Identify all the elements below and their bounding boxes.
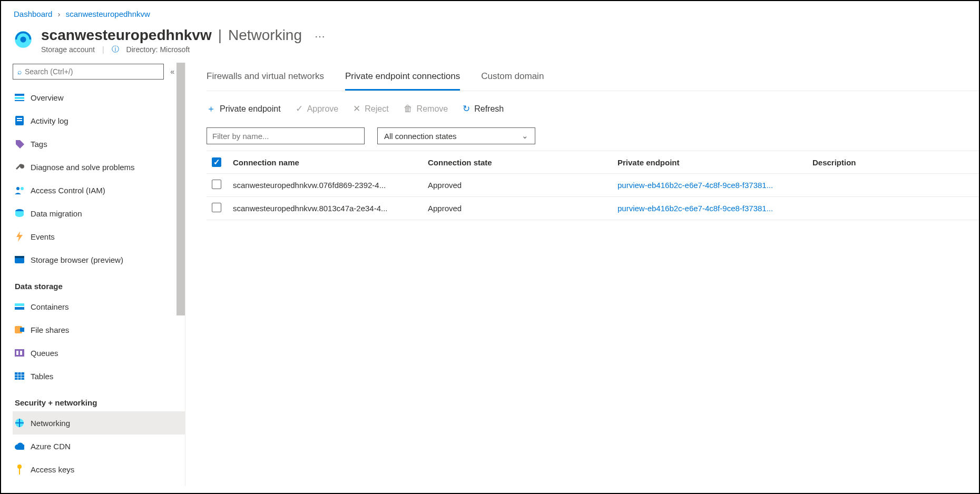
check-icon: ✓ (296, 103, 303, 114)
sidebar-item-label: Containers (31, 302, 69, 311)
tab-custom-domain[interactable]: Custom domain (481, 65, 544, 91)
svg-rect-2 (15, 94, 24, 96)
search-icon: ⌕ (17, 67, 22, 76)
row-checkbox[interactable] (212, 180, 221, 189)
row-checkbox[interactable] (212, 203, 221, 212)
collapse-sidebar-icon[interactable]: « (170, 67, 174, 76)
sidebar-item-tables[interactable]: Tables (13, 364, 185, 388)
col-description[interactable]: Description (812, 158, 979, 167)
sidebar: ⌕ « Overview Activity log Tags Diagnose … (1, 63, 185, 486)
browser-icon (15, 255, 24, 264)
sidebar-group-security: Security + networking (13, 388, 185, 411)
sidebar-item-access-keys[interactable]: Access keys (13, 458, 185, 481)
tab-private-endpoints[interactable]: Private endpoint connections (345, 65, 460, 91)
trash-icon: 🗑 (404, 104, 413, 114)
cell-state: Approved (428, 204, 618, 213)
approve-button[interactable]: ✓Approve (296, 103, 339, 114)
x-icon: ✕ (353, 103, 360, 114)
container-icon (15, 302, 24, 311)
sidebar-item-queues[interactable]: Queues (13, 341, 185, 364)
svg-point-9 (21, 187, 24, 190)
storage-account-icon (14, 30, 33, 49)
sidebar-item-label: Networking (31, 419, 70, 428)
sidebar-item-networking[interactable]: Networking (13, 411, 185, 434)
col-connection-state[interactable]: Connection state (428, 158, 618, 167)
col-connection-name[interactable]: Connection name (233, 158, 428, 167)
select-all-checkbox[interactable]: ✓ (212, 157, 221, 167)
tab-bar: Firewalls and virtual networks Private e… (207, 65, 979, 91)
info-icon: ⓘ (112, 45, 119, 54)
add-endpoint-button[interactable]: ＋Private endpoint (207, 103, 281, 115)
breadcrumb-sep: › (55, 9, 64, 18)
cell-name: scanwesteuropedhnkvw.8013c47a-2e34-4... (233, 204, 428, 213)
sidebar-item-containers[interactable]: Containers (13, 295, 185, 318)
log-icon (15, 116, 24, 125)
svg-rect-18 (16, 351, 18, 355)
filter-state-dropdown[interactable]: All connection states ⌄ (377, 127, 535, 144)
more-button[interactable]: ⋯ (304, 30, 325, 43)
sidebar-scrollbar[interactable] (177, 63, 185, 315)
svg-rect-14 (15, 307, 24, 310)
sidebar-item-label: Activity log (31, 116, 68, 125)
sidebar-item-label: Tables (31, 372, 53, 381)
svg-point-26 (17, 465, 22, 469)
breadcrumb: Dashboard › scanwesteuropedhnkvw (1, 1, 979, 23)
sidebar-item-label: Events (31, 232, 55, 241)
sidebar-item-tags[interactable]: Tags (13, 132, 185, 155)
svg-rect-16 (20, 328, 24, 332)
remove-button[interactable]: 🗑Remove (404, 104, 448, 114)
cell-endpoint-link[interactable]: purview-eb416b2c-e6e7-4c8f-9ce8-f37381..… (618, 181, 812, 190)
svg-rect-3 (15, 97, 24, 99)
page-title: scanwesteuropedhnkvw (41, 27, 212, 44)
col-private-endpoint[interactable]: Private endpoint (618, 158, 812, 167)
reject-button[interactable]: ✕Reject (353, 103, 388, 114)
sidebar-item-activity-log[interactable]: Activity log (13, 109, 185, 132)
connections-table: ✓ Connection name Connection state Priva… (207, 151, 979, 220)
sidebar-item-file-shares[interactable]: File shares (13, 318, 185, 341)
sidebar-item-storage-browser[interactable]: Storage browser (preview) (13, 248, 185, 271)
cell-endpoint-link[interactable]: purview-eb416b2c-e6e7-4c8f-9ce8-f37381..… (618, 204, 812, 213)
svg-point-1 (20, 36, 26, 42)
sidebar-item-migration[interactable]: Data migration (13, 202, 185, 225)
sidebar-item-label: File shares (31, 325, 69, 334)
svg-rect-27 (19, 468, 20, 475)
table-row[interactable]: scanwesteuropedhnkvw.8013c47a-2e34-4... … (207, 197, 979, 220)
queue-icon (15, 348, 24, 358)
svg-rect-13 (15, 303, 24, 306)
plus-icon: ＋ (207, 103, 215, 115)
sidebar-item-label: Storage browser (preview) (31, 255, 123, 264)
breadcrumb-root[interactable]: Dashboard (14, 9, 52, 18)
filter-name-input[interactable] (207, 127, 365, 144)
directory-label: Directory: Microsoft (126, 45, 190, 54)
svg-rect-6 (17, 118, 22, 119)
sidebar-item-label: Access Control (IAM) (31, 186, 105, 195)
svg-point-8 (16, 187, 19, 190)
refresh-icon: ↻ (463, 103, 470, 114)
search-input[interactable] (25, 67, 159, 76)
tag-icon (15, 139, 24, 149)
tab-firewalls[interactable]: Firewalls and virtual networks (207, 65, 324, 91)
cdn-icon (15, 441, 24, 451)
sidebar-item-overview[interactable]: Overview (13, 86, 185, 109)
page-section: Networking (228, 27, 302, 44)
resource-type-label: Storage account (41, 45, 95, 54)
migrate-icon (15, 209, 24, 218)
sidebar-item-diagnose[interactable]: Diagnose and solve problems (13, 155, 185, 179)
sidebar-item-label: Diagnose and solve problems (31, 163, 135, 172)
toolbar: ＋Private endpoint ✓Approve ✕Reject 🗑Remo… (207, 91, 979, 127)
refresh-button[interactable]: ↻Refresh (463, 103, 504, 114)
sidebar-item-events[interactable]: Events (13, 225, 185, 248)
network-icon (15, 418, 24, 428)
sidebar-item-label: Queues (31, 349, 58, 358)
sidebar-item-label: Overview (31, 93, 64, 102)
people-icon (15, 185, 24, 195)
breadcrumb-current[interactable]: scanwesteuropedhnkvw (66, 9, 150, 18)
sidebar-item-cdn[interactable]: Azure CDN (13, 434, 185, 458)
fileshare-icon (15, 325, 24, 334)
dropdown-label: All connection states (384, 132, 457, 141)
sidebar-search[interactable]: ⌕ (13, 64, 164, 80)
overview-icon (15, 93, 24, 102)
sidebar-item-iam[interactable]: Access Control (IAM) (13, 179, 185, 202)
sidebar-item-label: Tags (31, 140, 47, 149)
table-row[interactable]: scanwesteuropedhnkvw.076fd869-2392-4... … (207, 174, 979, 197)
